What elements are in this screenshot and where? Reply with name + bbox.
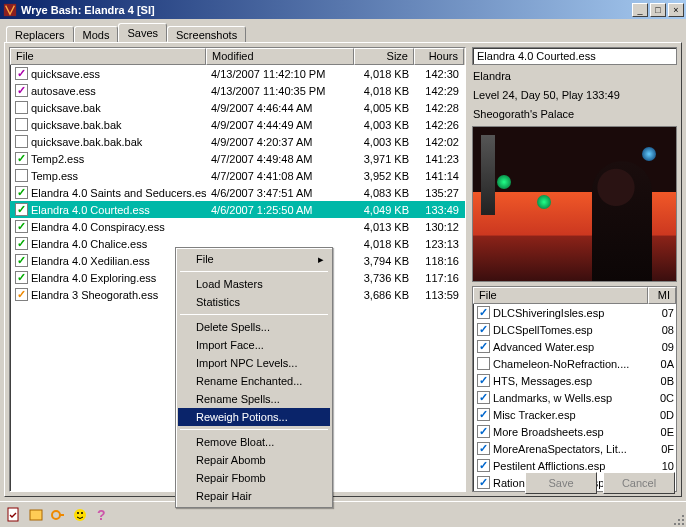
tab-strip: ReplacersModsSavesScreenshots xyxy=(4,23,682,42)
state-icon xyxy=(15,271,28,284)
save-hours: 135:27 xyxy=(414,187,464,199)
master-check-icon xyxy=(477,306,490,319)
menu-item-remove-bloat[interactable]: Remove Bloat... xyxy=(178,433,330,451)
save-size: 4,018 KB xyxy=(354,85,414,97)
tab-screenshots[interactable]: Screenshots xyxy=(167,26,246,43)
save-filename: autosave.ess xyxy=(31,85,96,97)
save-row[interactable]: Temp2.ess4/7/2007 4:49:48 AM3,971 KB141:… xyxy=(10,150,465,167)
mcol-mi[interactable]: MI xyxy=(648,287,676,304)
master-index: 08 xyxy=(652,324,676,336)
svg-point-6 xyxy=(77,512,79,514)
save-size: 4,049 KB xyxy=(354,204,414,216)
menu-item-delete-spells[interactable]: Delete Spells... xyxy=(178,318,330,336)
save-row[interactable]: quicksave.bak4/9/2007 4:46:44 AM4,005 KB… xyxy=(10,99,465,116)
master-row[interactable]: More Broadsheets.esp0E xyxy=(473,423,676,440)
maximize-button[interactable]: □ xyxy=(650,3,666,17)
master-row[interactable]: DLCShiveringIsles.esp07 xyxy=(473,304,676,321)
save-modified: 4/13/2007 11:40:35 PM xyxy=(206,85,354,97)
menu-item-statistics[interactable]: Statistics xyxy=(178,293,330,311)
svg-text:?: ? xyxy=(97,507,106,523)
master-filename: HTS, Messages.esp xyxy=(493,375,592,387)
save-hours: 141:23 xyxy=(414,153,464,165)
master-index: 0D xyxy=(652,409,676,421)
menu-item-import-npc-levels[interactable]: Import NPC Levels... xyxy=(178,354,330,372)
tab-mods[interactable]: Mods xyxy=(74,26,119,43)
master-row[interactable]: HTS, Messages.esp0B xyxy=(473,372,676,389)
menu-item-repair-abomb[interactable]: Repair Abomb xyxy=(178,451,330,469)
save-modified: 4/9/2007 4:44:49 AM xyxy=(206,119,354,131)
detail-title[interactable]: Elandra 4.0 Courted.ess xyxy=(472,47,677,65)
menu-item-import-face[interactable]: Import Face... xyxy=(178,336,330,354)
save-row[interactable]: quicksave.bak.bak4/9/2007 4:44:49 AM4,00… xyxy=(10,116,465,133)
save-modified: 4/9/2007 4:20:37 AM xyxy=(206,136,354,148)
resize-grip[interactable] xyxy=(670,511,684,525)
menu-item-reweigh-potions[interactable]: Reweigh Potions... xyxy=(178,408,330,426)
context-menu[interactable]: FileLoad MastersStatisticsDelete Spells.… xyxy=(175,247,333,508)
minimize-button[interactable]: _ xyxy=(632,3,648,17)
save-size: 4,083 KB xyxy=(354,187,414,199)
master-row[interactable]: Misc Tracker.esp0D xyxy=(473,406,676,423)
mcol-file[interactable]: File xyxy=(473,287,648,304)
svg-point-7 xyxy=(81,512,83,514)
cancel-button[interactable]: Cancel xyxy=(603,472,675,494)
menu-item-repair-hair[interactable]: Repair Hair xyxy=(178,487,330,505)
menu-item-file[interactable]: File xyxy=(178,250,330,268)
save-filename: Elandra 4.0 Saints and Seducers.ess xyxy=(31,187,206,199)
master-check-icon xyxy=(477,357,490,370)
book-icon[interactable] xyxy=(28,507,44,523)
col-hours[interactable]: Hours xyxy=(414,48,464,65)
help-icon[interactable]: ? xyxy=(94,507,110,523)
save-modified: 4/7/2007 4:41:08 AM xyxy=(206,170,354,182)
keyring-icon[interactable] xyxy=(50,507,66,523)
tab-replacers[interactable]: Replacers xyxy=(6,26,74,43)
tab-saves[interactable]: Saves xyxy=(118,23,167,42)
save-row[interactable]: Elandra 4.0 Courted.ess4/6/2007 1:25:50 … xyxy=(10,201,465,218)
master-row[interactable]: MoreArenaSpectators, Lit...0F xyxy=(473,440,676,457)
save-hours: 113:59 xyxy=(414,289,464,301)
save-size: 4,003 KB xyxy=(354,119,414,131)
menu-item-load-masters[interactable]: Load Masters xyxy=(178,275,330,293)
save-row[interactable]: quicksave.bak.bak.bak4/9/2007 4:20:37 AM… xyxy=(10,133,465,150)
master-row[interactable]: Advanced Water.esp09 xyxy=(473,338,676,355)
save-button[interactable]: Save xyxy=(525,472,597,494)
detail-line1: Elandra xyxy=(472,69,677,84)
state-icon xyxy=(15,101,28,114)
state-icon xyxy=(15,118,28,131)
master-check-icon xyxy=(477,323,490,336)
col-modified[interactable]: Modified xyxy=(206,48,354,65)
save-row[interactable]: Elandra 4.0 Saints and Seducers.ess4/6/2… xyxy=(10,184,465,201)
detail-line3: Sheogorath's Palace xyxy=(472,107,677,122)
menu-item-repair-fbomb[interactable]: Repair Fbomb xyxy=(178,469,330,487)
save-filename: Elandra 4.0 Chalice.ess xyxy=(31,238,147,250)
close-button[interactable]: × xyxy=(668,3,684,17)
saves-header[interactable]: File Modified Size Hours xyxy=(10,48,465,65)
menu-item-rename-enchanted[interactable]: Rename Enchanted... xyxy=(178,372,330,390)
save-filename: quicksave.bak.bak.bak xyxy=(31,136,142,148)
save-filename: Elandra 4.0 Exploring.ess xyxy=(31,272,156,284)
save-row[interactable]: autosave.ess4/13/2007 11:40:35 PM4,018 K… xyxy=(10,82,465,99)
master-index: 0B xyxy=(652,375,676,387)
menu-item-rename-spells[interactable]: Rename Spells... xyxy=(178,390,330,408)
menu-separator xyxy=(180,429,328,430)
master-row[interactable]: Landmarks, w Wells.esp0C xyxy=(473,389,676,406)
save-hours: 142:26 xyxy=(414,119,464,131)
master-row[interactable]: Chameleon-NoRefraction....0A xyxy=(473,355,676,372)
master-check-icon xyxy=(477,408,490,421)
state-icon xyxy=(15,288,28,301)
col-file[interactable]: File xyxy=(10,48,206,65)
master-index: 0F xyxy=(652,443,676,455)
doc-check-icon[interactable] xyxy=(6,507,22,523)
detail-line2: Level 24, Day 50, Play 133:49 xyxy=(472,88,677,103)
state-icon xyxy=(15,84,28,97)
save-hours: 130:12 xyxy=(414,221,464,233)
save-filename: Elandra 4.0 Xedilian.ess xyxy=(31,255,150,267)
master-row[interactable]: DLCSpellTomes.esp08 xyxy=(473,321,676,338)
save-row[interactable]: quicksave.ess4/13/2007 11:42:10 PM4,018 … xyxy=(10,65,465,82)
save-size: 4,018 KB xyxy=(354,238,414,250)
save-row[interactable]: Temp.ess4/7/2007 4:41:08 AM3,952 KB141:1… xyxy=(10,167,465,184)
save-row[interactable]: Elandra 4.0 Conspiracy.ess4,013 KB130:12 xyxy=(10,218,465,235)
face-icon[interactable] xyxy=(72,507,88,523)
col-size[interactable]: Size xyxy=(354,48,414,65)
masters-list[interactable]: File MI DLCShiveringIsles.esp07DLCSpellT… xyxy=(472,286,677,492)
save-hours: 123:13 xyxy=(414,238,464,250)
